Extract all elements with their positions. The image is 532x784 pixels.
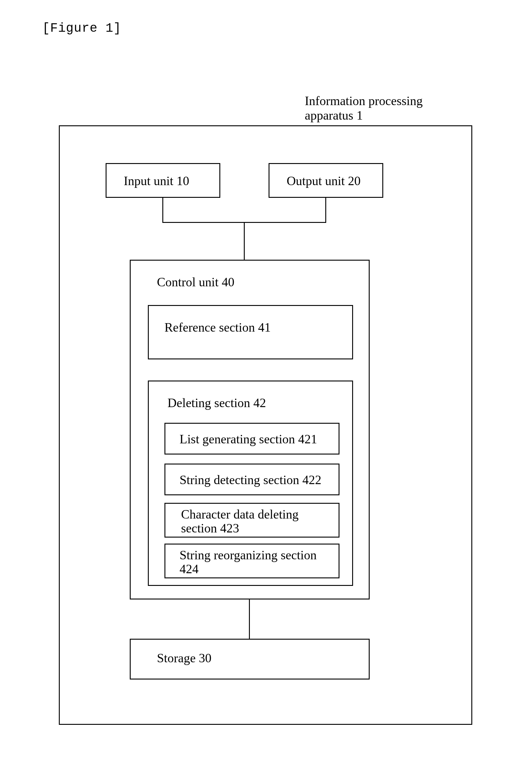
output-unit-label: Output unit 20 xyxy=(287,174,361,188)
connector xyxy=(249,599,250,639)
reference-section-label: Reference section 41 xyxy=(165,320,271,335)
control-unit-label: Control unit 40 xyxy=(157,275,234,289)
storage-label: Storage 30 xyxy=(157,651,211,665)
input-unit-label: Input unit 10 xyxy=(124,174,189,188)
figure-label: [Figure 1] xyxy=(42,21,121,36)
char-data-deleting-label: Character data deleting section 423 xyxy=(181,507,332,535)
string-reorganizing-label: String reorganizing section 424 xyxy=(180,548,330,576)
page: [Figure 1] Information processingapparat… xyxy=(0,0,532,784)
connector xyxy=(162,198,163,222)
deleting-section-label: Deleting section 42 xyxy=(168,396,266,410)
connector xyxy=(244,222,245,260)
connector xyxy=(325,198,326,222)
apparatus-label: Information processingapparatus 1 xyxy=(305,94,423,123)
list-generating-label: List generating section 421 xyxy=(180,432,317,446)
string-detecting-label: String detecting section 422 xyxy=(180,473,321,487)
